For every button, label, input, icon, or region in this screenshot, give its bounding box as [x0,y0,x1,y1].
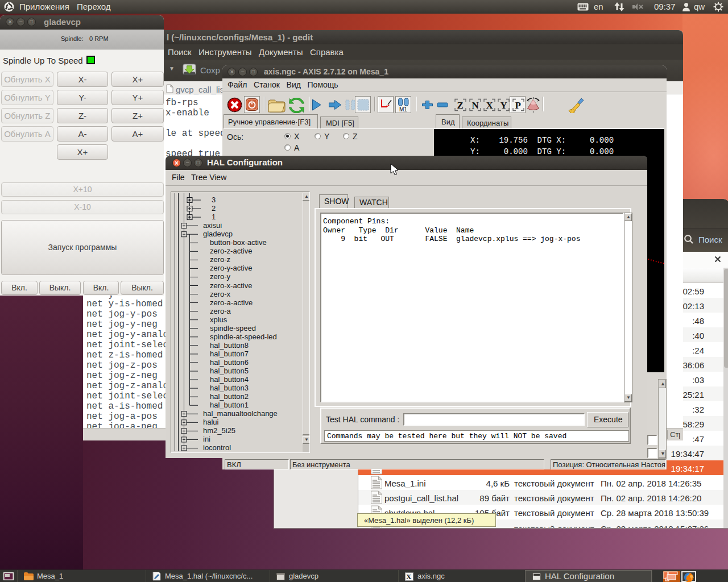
svg-text:M1: M1 [399,106,407,112]
svg-text:X: X [486,100,494,111]
svg-text:Z: Z [457,100,464,111]
svg-text:X: X [406,572,412,581]
svg-text:P: P [515,100,521,111]
svg-text:Y: Y [500,100,507,111]
svg-text:N: N [472,100,479,111]
